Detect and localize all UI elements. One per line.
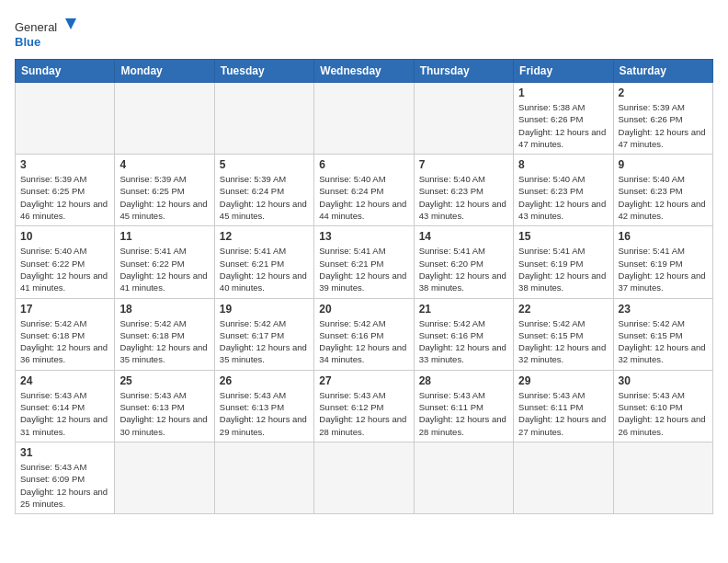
day-number: 27 [319, 374, 408, 387]
day-info: Sunrise: 5:42 AM Sunset: 6:15 PM Dayligh… [619, 317, 708, 366]
calendar-week-row: 24Sunrise: 5:43 AM Sunset: 6:14 PM Dayli… [16, 370, 713, 442]
day-info: Sunrise: 5:43 AM Sunset: 6:13 PM Dayligh… [220, 389, 309, 438]
day-of-week-header: Monday [115, 60, 214, 83]
day-number: 16 [619, 230, 708, 243]
calendar-day-cell: 4Sunrise: 5:39 AM Sunset: 6:25 PM Daylig… [115, 155, 214, 226]
calendar-day-cell: 22Sunrise: 5:42 AM Sunset: 6:15 PM Dayli… [514, 298, 613, 370]
calendar-week-row: 3Sunrise: 5:39 AM Sunset: 6:25 PM Daylig… [16, 155, 713, 226]
day-number: 18 [119, 303, 209, 316]
day-info: Sunrise: 5:42 AM Sunset: 6:18 PM Dayligh… [20, 317, 109, 366]
day-of-week-header: Tuesday [214, 60, 313, 83]
day-of-week-header: Saturday [613, 60, 712, 83]
day-info: Sunrise: 5:43 AM Sunset: 6:11 PM Dayligh… [419, 389, 508, 438]
calendar-header-row: SundayMondayTuesdayWednesdayThursdayFrid… [16, 60, 713, 83]
day-number: 21 [419, 303, 508, 316]
calendar-day-cell [115, 442, 214, 513]
day-number: 20 [319, 303, 408, 316]
calendar-day-cell: 14Sunrise: 5:41 AM Sunset: 6:20 PM Dayli… [414, 226, 513, 298]
calendar-day-cell: 2Sunrise: 5:39 AM Sunset: 6:26 PM Daylig… [613, 83, 712, 155]
day-info: Sunrise: 5:40 AM Sunset: 6:22 PM Dayligh… [20, 245, 109, 293]
day-info: Sunrise: 5:42 AM Sunset: 6:15 PM Dayligh… [518, 317, 608, 366]
day-number: 9 [619, 158, 708, 171]
day-number: 15 [518, 230, 608, 243]
calendar-day-cell [314, 83, 414, 155]
day-info: Sunrise: 5:38 AM Sunset: 6:26 PM Dayligh… [518, 101, 608, 150]
calendar-day-cell [414, 83, 513, 155]
calendar-day-cell: 30Sunrise: 5:43 AM Sunset: 6:10 PM Dayli… [613, 370, 712, 442]
calendar-day-cell: 29Sunrise: 5:43 AM Sunset: 6:11 PM Dayli… [514, 370, 613, 442]
day-number: 10 [20, 230, 109, 243]
calendar-day-cell: 17Sunrise: 5:42 AM Sunset: 6:18 PM Dayli… [16, 298, 115, 370]
day-info: Sunrise: 5:43 AM Sunset: 6:11 PM Dayligh… [518, 389, 608, 438]
calendar-day-cell: 7Sunrise: 5:40 AM Sunset: 6:23 PM Daylig… [414, 155, 513, 226]
calendar-day-cell: 5Sunrise: 5:39 AM Sunset: 6:24 PM Daylig… [214, 155, 313, 226]
day-info: Sunrise: 5:40 AM Sunset: 6:24 PM Dayligh… [319, 173, 408, 222]
day-info: Sunrise: 5:42 AM Sunset: 6:18 PM Dayligh… [119, 317, 209, 366]
day-of-week-header: Sunday [16, 60, 115, 83]
day-number: 30 [619, 374, 708, 387]
day-info: Sunrise: 5:41 AM Sunset: 6:21 PM Dayligh… [220, 245, 309, 293]
calendar-day-cell: 28Sunrise: 5:43 AM Sunset: 6:11 PM Dayli… [414, 370, 513, 442]
day-number: 11 [119, 230, 209, 243]
day-number: 2 [619, 86, 708, 99]
calendar-day-cell: 12Sunrise: 5:41 AM Sunset: 6:21 PM Dayli… [214, 226, 313, 298]
calendar-day-cell: 13Sunrise: 5:41 AM Sunset: 6:21 PM Dayli… [314, 226, 414, 298]
day-info: Sunrise: 5:40 AM Sunset: 6:23 PM Dayligh… [518, 173, 608, 222]
day-info: Sunrise: 5:43 AM Sunset: 6:10 PM Dayligh… [619, 389, 708, 438]
day-info: Sunrise: 5:39 AM Sunset: 6:25 PM Dayligh… [119, 173, 209, 222]
day-number: 6 [319, 158, 408, 171]
day-number: 5 [220, 158, 309, 171]
day-of-week-header: Thursday [414, 60, 513, 83]
day-info: Sunrise: 5:43 AM Sunset: 6:12 PM Dayligh… [319, 389, 408, 438]
day-info: Sunrise: 5:41 AM Sunset: 6:19 PM Dayligh… [518, 245, 608, 293]
page-header: General Blue [15, 15, 713, 52]
day-info: Sunrise: 5:41 AM Sunset: 6:22 PM Dayligh… [119, 245, 209, 293]
logo-svg: General Blue [15, 15, 79, 52]
calendar-day-cell: 19Sunrise: 5:42 AM Sunset: 6:17 PM Dayli… [214, 298, 313, 370]
calendar-day-cell: 27Sunrise: 5:43 AM Sunset: 6:12 PM Dayli… [314, 370, 414, 442]
day-number: 12 [220, 230, 309, 243]
day-number: 4 [119, 158, 209, 171]
calendar-day-cell: 31Sunrise: 5:43 AM Sunset: 6:09 PM Dayli… [16, 442, 115, 513]
calendar-day-cell [414, 442, 513, 513]
day-info: Sunrise: 5:43 AM Sunset: 6:13 PM Dayligh… [119, 389, 209, 438]
day-number: 22 [518, 303, 608, 316]
calendar-day-cell [214, 442, 313, 513]
calendar-day-cell [16, 83, 115, 155]
calendar-day-cell: 24Sunrise: 5:43 AM Sunset: 6:14 PM Dayli… [16, 370, 115, 442]
day-number: 8 [518, 158, 608, 171]
calendar-day-cell: 9Sunrise: 5:40 AM Sunset: 6:23 PM Daylig… [613, 155, 712, 226]
day-info: Sunrise: 5:43 AM Sunset: 6:09 PM Dayligh… [20, 461, 109, 510]
calendar-table: SundayMondayTuesdayWednesdayThursdayFrid… [15, 59, 713, 514]
calendar-day-cell [115, 83, 214, 155]
svg-text:Blue: Blue [15, 35, 40, 49]
calendar-week-row: 1Sunrise: 5:38 AM Sunset: 6:26 PM Daylig… [16, 83, 713, 155]
calendar-day-cell: 11Sunrise: 5:41 AM Sunset: 6:22 PM Dayli… [115, 226, 214, 298]
calendar-day-cell: 1Sunrise: 5:38 AM Sunset: 6:26 PM Daylig… [514, 83, 613, 155]
day-info: Sunrise: 5:41 AM Sunset: 6:19 PM Dayligh… [619, 245, 708, 293]
day-info: Sunrise: 5:42 AM Sunset: 6:16 PM Dayligh… [319, 317, 408, 366]
svg-marker-2 [65, 18, 76, 29]
calendar-day-cell: 25Sunrise: 5:43 AM Sunset: 6:13 PM Dayli… [115, 370, 214, 442]
calendar-week-row: 10Sunrise: 5:40 AM Sunset: 6:22 PM Dayli… [16, 226, 713, 298]
day-number: 23 [619, 303, 708, 316]
calendar-day-cell: 18Sunrise: 5:42 AM Sunset: 6:18 PM Dayli… [115, 298, 214, 370]
calendar-day-cell: 6Sunrise: 5:40 AM Sunset: 6:24 PM Daylig… [314, 155, 414, 226]
day-number: 25 [119, 374, 209, 387]
calendar-day-cell: 8Sunrise: 5:40 AM Sunset: 6:23 PM Daylig… [514, 155, 613, 226]
calendar-day-cell [214, 83, 313, 155]
day-number: 26 [220, 374, 309, 387]
calendar-week-row: 17Sunrise: 5:42 AM Sunset: 6:18 PM Dayli… [16, 298, 713, 370]
day-of-week-header: Friday [514, 60, 613, 83]
calendar-day-cell [314, 442, 414, 513]
calendar-day-cell [613, 442, 712, 513]
day-info: Sunrise: 5:41 AM Sunset: 6:21 PM Dayligh… [319, 245, 408, 293]
day-number: 1 [518, 86, 608, 99]
day-number: 17 [20, 303, 109, 316]
calendar-day-cell: 10Sunrise: 5:40 AM Sunset: 6:22 PM Dayli… [16, 226, 115, 298]
day-number: 28 [419, 374, 508, 387]
logo: General Blue [15, 15, 79, 52]
day-info: Sunrise: 5:41 AM Sunset: 6:20 PM Dayligh… [419, 245, 508, 293]
day-info: Sunrise: 5:42 AM Sunset: 6:16 PM Dayligh… [419, 317, 508, 366]
day-number: 31 [20, 446, 109, 459]
